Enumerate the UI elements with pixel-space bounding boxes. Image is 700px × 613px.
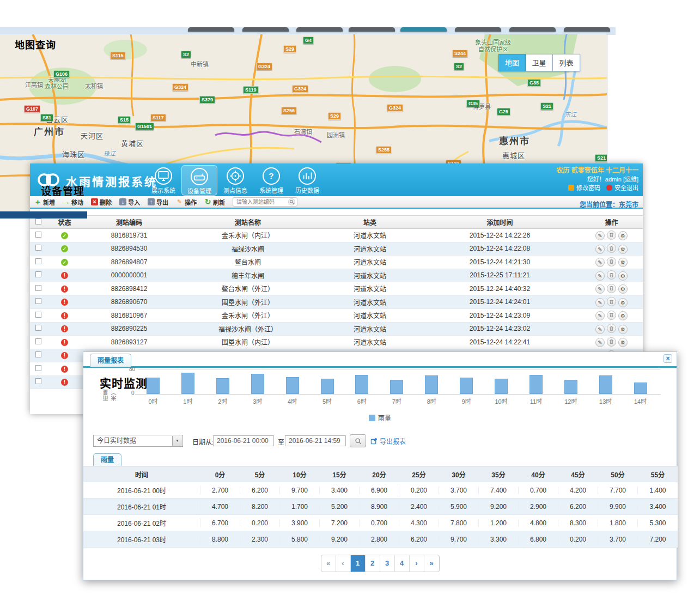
map-view-button[interactable]: 卫星 xyxy=(526,54,553,71)
toolbar-exp-button[interactable]: ↑导出 xyxy=(148,198,168,207)
page-button-2[interactable]: 2 xyxy=(366,555,380,572)
gear-icon[interactable]: ⚙ xyxy=(618,258,628,267)
trash-icon[interactable] xyxy=(607,337,616,347)
nav-item-chart[interactable]: 历史数据 xyxy=(289,165,325,196)
date-from-input[interactable] xyxy=(213,435,274,446)
gear-icon[interactable]: ⚙ xyxy=(618,245,628,254)
gear-icon[interactable]: ⚙ xyxy=(618,325,628,334)
page-button-3[interactable]: 3 xyxy=(380,555,395,572)
added-time-cell: 2015-12-24 14:24:01 xyxy=(419,298,580,306)
page-button-›[interactable]: › xyxy=(410,555,424,572)
background-tab-strip xyxy=(0,27,616,35)
page-button-1[interactable]: 1 xyxy=(351,555,366,572)
minute-column-header: 45分 xyxy=(558,470,598,479)
background-tab[interactable] xyxy=(400,27,447,32)
row-checkbox[interactable] xyxy=(35,325,41,331)
edit-icon[interactable]: ✎ xyxy=(595,298,605,307)
page-button-‹[interactable]: ‹ xyxy=(336,555,351,572)
row-checkbox[interactable] xyxy=(35,312,41,318)
trash-icon[interactable] xyxy=(607,297,616,306)
page-button-»[interactable]: » xyxy=(424,555,439,572)
background-tab[interactable] xyxy=(455,27,501,32)
column-header: 测站编码 xyxy=(83,217,175,227)
row-checkbox[interactable] xyxy=(35,258,41,264)
gear-icon[interactable]: ⚙ xyxy=(618,284,628,294)
row-checkbox[interactable] xyxy=(35,338,41,344)
row-checkbox[interactable] xyxy=(35,365,41,371)
background-tab[interactable] xyxy=(509,27,556,32)
x-axis-tick-label: 3时 xyxy=(246,397,270,405)
operations-cell: ✎⚙ xyxy=(580,270,643,281)
trash-icon[interactable] xyxy=(607,257,616,266)
date-to-input[interactable] xyxy=(285,435,346,446)
value-cell: 8.800 xyxy=(200,536,240,543)
nav-item-monitor[interactable]: 展示系统 xyxy=(145,165,181,196)
station-search-input[interactable] xyxy=(236,199,288,205)
edit-icon[interactable]: ✎ xyxy=(595,271,605,281)
chevron-down-icon[interactable]: ▼ xyxy=(172,436,182,446)
background-tab[interactable] xyxy=(564,27,610,32)
trash-icon[interactable] xyxy=(607,270,616,280)
gear-icon[interactable]: ⚙ xyxy=(618,231,628,240)
gear-icon[interactable]: ⚙ xyxy=(618,271,628,281)
toolbar-move-button[interactable]: →移动 xyxy=(63,198,83,207)
map-view-button[interactable]: 地图 xyxy=(498,54,526,71)
toolbar-op-button[interactable]: ✎操作 xyxy=(176,198,197,207)
nav-item-target[interactable]: 测点信息 xyxy=(217,165,253,196)
value-cell: 6.700 xyxy=(200,519,240,527)
select-all-checkbox[interactable] xyxy=(35,219,41,224)
data-range-select[interactable]: 今日实时数据 ▼ xyxy=(93,435,183,447)
operations-cell: ✎⚙ xyxy=(580,337,643,348)
edit-icon[interactable]: ✎ xyxy=(595,231,605,240)
status-cell: ! xyxy=(46,338,83,346)
toolbar-plus-button[interactable]: +新增 xyxy=(34,198,55,207)
tab-rainfall-report[interactable]: 雨量报表 xyxy=(90,354,131,367)
nav-item-question[interactable]: ?系统管理 xyxy=(253,165,289,196)
status-alert-icon: ! xyxy=(61,272,68,279)
toolbar-imp-button[interactable]: ↓导入 xyxy=(119,198,140,207)
edit-icon[interactable]: ✎ xyxy=(595,338,605,347)
export-report-link[interactable]: 导出报表 xyxy=(370,436,406,446)
tab-rainfall[interactable]: 雨量 xyxy=(93,453,121,466)
road-badge: G107 xyxy=(24,105,40,113)
trash-icon[interactable] xyxy=(607,244,616,253)
toolbar-ref-button[interactable]: ↻刷新 xyxy=(204,198,225,207)
edit-icon[interactable]: ✎ xyxy=(595,325,605,334)
trash-icon[interactable] xyxy=(607,284,616,293)
row-checkbox[interactable] xyxy=(35,298,41,304)
row-checkbox[interactable] xyxy=(35,245,41,251)
map-view-button[interactable]: 列表 xyxy=(553,54,580,71)
edit-icon[interactable]: ✎ xyxy=(595,258,605,267)
page-button-4[interactable]: 4 xyxy=(395,555,410,572)
trash-icon[interactable] xyxy=(607,324,616,333)
background-tab[interactable] xyxy=(296,27,343,32)
row-checkbox[interactable] xyxy=(35,378,41,384)
page-button-«[interactable]: « xyxy=(321,555,336,572)
minute-column-header: 10分 xyxy=(280,470,320,479)
logout-link[interactable]: 安全退出 xyxy=(614,185,638,191)
background-tab[interactable] xyxy=(242,27,289,32)
table-row: ✓8816819731金禾水闸（内江）河道水文站2015-12-24 14:22… xyxy=(30,229,643,242)
gear-icon[interactable]: ⚙ xyxy=(618,298,628,307)
query-button[interactable] xyxy=(350,434,366,447)
edit-icon[interactable]: ✎ xyxy=(595,245,605,254)
close-icon[interactable]: × xyxy=(664,354,672,363)
background-tab[interactable] xyxy=(349,27,395,32)
row-checkbox[interactable] xyxy=(35,351,41,357)
background-tab[interactable] xyxy=(188,27,234,32)
edit-icon[interactable]: ✎ xyxy=(595,284,605,294)
toolbar-del-button[interactable]: ×删除 xyxy=(91,198,112,207)
search-icon[interactable] xyxy=(288,198,295,205)
gear-icon[interactable]: ⚙ xyxy=(618,311,628,320)
trash-icon[interactable] xyxy=(607,311,616,320)
gear-icon[interactable]: ⚙ xyxy=(618,338,628,347)
trash-icon[interactable] xyxy=(607,230,616,240)
status-alert-icon: ! xyxy=(61,325,68,332)
row-checkbox[interactable] xyxy=(35,271,41,277)
nav-item-device[interactable]: 设备管理 xyxy=(181,165,217,196)
edit-icon[interactable]: ✎ xyxy=(595,311,605,320)
change-password-link[interactable]: 修改密码 xyxy=(576,185,600,191)
row-checkbox[interactable] xyxy=(35,232,41,238)
road-badge: S244 xyxy=(452,50,468,57)
row-checkbox[interactable] xyxy=(35,285,41,291)
